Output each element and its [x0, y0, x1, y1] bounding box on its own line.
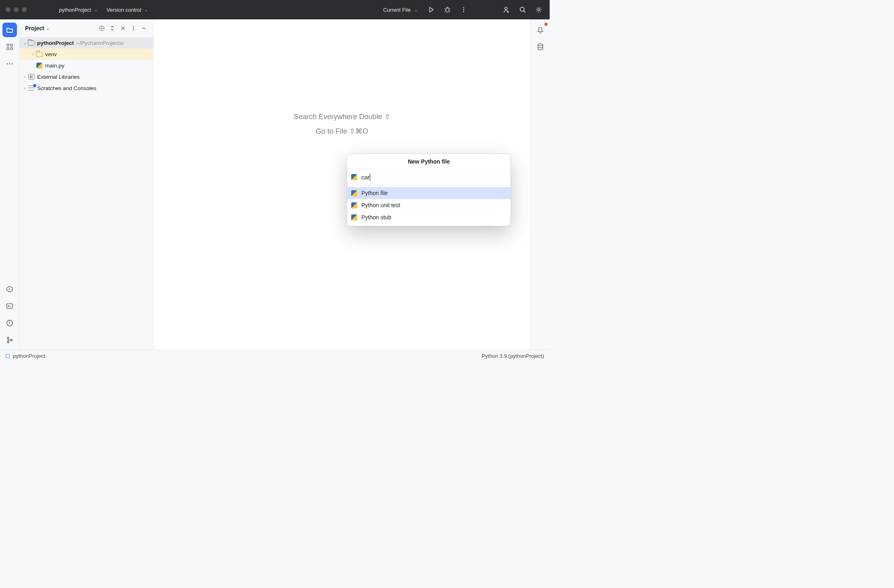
popup-option-label: Python file: [361, 190, 388, 196]
project-name-label: pythonProject: [59, 7, 91, 13]
hint-search-everywhere: Search Everywhere Double ⇧: [293, 112, 390, 121]
svg-point-6: [538, 9, 540, 11]
popup-input-row[interactable]: car: [347, 169, 510, 185]
project-tree-header: Project ⌄: [19, 19, 153, 37]
folder-icon: [27, 40, 35, 46]
run-config-selector[interactable]: Current File ⌄: [379, 5, 422, 15]
svg-point-23: [133, 29, 134, 31]
status-project-name[interactable]: pythonProject: [13, 353, 45, 359]
popup-option-label: Python stub: [361, 214, 391, 220]
svg-point-3: [463, 11, 464, 13]
notifications-button[interactable]: [533, 23, 548, 37]
settings-button[interactable]: [532, 3, 546, 17]
tree-node-label: Scratches and Consoles: [37, 85, 96, 91]
svg-point-17: [7, 337, 9, 339]
vcs-label: Version control: [107, 7, 141, 13]
tree-node-label: External Libraries: [37, 74, 80, 80]
tree-node-label: venv: [45, 51, 57, 57]
svg-point-22: [133, 28, 134, 29]
svg-point-18: [7, 341, 9, 343]
more-toolwindows-button[interactable]: [2, 57, 17, 71]
chevron-down-icon: ⌄: [94, 7, 98, 13]
tree-node-label: main.py: [45, 63, 64, 69]
select-opened-file-button[interactable]: [97, 23, 107, 34]
expand-arrow-icon[interactable]: ›: [22, 86, 27, 90]
popup-option-python-unit-test[interactable]: Python unit test: [347, 199, 510, 211]
python-file-icon: [351, 190, 357, 196]
window-traffic-lights: [6, 7, 27, 12]
project-tree-panel: Project ⌄ ⌄ pythonProject: [19, 19, 154, 350]
python-file-icon: [351, 214, 357, 220]
hide-toolwindow-button[interactable]: [118, 23, 128, 34]
module-indicator-icon: [6, 354, 10, 358]
popup-option-label: Python unit test: [361, 202, 401, 208]
editor-empty-hints: Search Everywhere Double ⇧ Go to File ⇧⌘…: [154, 112, 530, 136]
debug-button[interactable]: [441, 3, 454, 17]
folder-icon: [36, 52, 43, 57]
editor-area: Search Everywhere Double ⇧ Go to File ⇧⌘…: [154, 19, 530, 350]
expand-collapse-button[interactable]: [107, 23, 118, 34]
svg-rect-8: [11, 44, 13, 46]
svg-point-11: [6, 63, 8, 64]
vcs-toolwindow-button[interactable]: [2, 333, 17, 347]
svg-point-12: [9, 63, 10, 64]
tree-root-path: ~/PycharmProjects/: [76, 40, 124, 46]
svg-point-0: [446, 8, 449, 12]
svg-point-4: [505, 7, 507, 10]
right-tool-strip: [530, 19, 550, 350]
svg-point-2: [463, 9, 464, 10]
structure-toolwindow-button[interactable]: [2, 40, 17, 54]
chevron-down-icon[interactable]: ⌄: [46, 25, 50, 31]
tree-node-external-libraries[interactable]: › External Libraries: [19, 71, 153, 82]
svg-point-21: [133, 26, 134, 27]
project-switcher[interactable]: pythonProject ⌄: [56, 5, 101, 15]
popup-options-list: Python file Python unit test Python stub: [347, 185, 510, 226]
tree-node-scratches[interactable]: › Scratches and Consoles: [19, 82, 153, 94]
vcs-widget[interactable]: Version control ⌄: [103, 5, 151, 15]
popup-option-python-file[interactable]: Python file: [347, 187, 510, 199]
status-interpreter[interactable]: Python 3.9 (pythonProject): [482, 353, 544, 359]
code-with-me-button[interactable]: [500, 3, 513, 17]
main-area: Project ⌄ ⌄ pythonProject: [0, 19, 550, 350]
expand-arrow-icon[interactable]: ›: [22, 74, 27, 79]
popup-option-python-stub[interactable]: Python stub: [347, 211, 510, 223]
minimize-toolwindow-button[interactable]: [139, 23, 149, 34]
services-toolwindow-button[interactable]: [2, 282, 17, 296]
tree-node-venv[interactable]: › venv: [19, 48, 153, 60]
search-everywhere-button[interactable]: [516, 3, 529, 17]
status-bar: pythonProject Python 3.9 (pythonProject): [0, 350, 550, 362]
tree-root-name: pythonProject: [37, 40, 74, 46]
svg-point-1: [463, 7, 464, 8]
collapse-arrow-icon[interactable]: ⌄: [22, 40, 27, 46]
left-tool-strip: [0, 19, 19, 350]
svg-rect-7: [7, 44, 9, 46]
problems-toolwindow-button[interactable]: [2, 316, 17, 330]
svg-point-24: [538, 44, 543, 46]
svg-point-5: [520, 7, 524, 11]
project-toolwindow-button[interactable]: [2, 23, 17, 37]
tree-node-mainpy[interactable]: main.py: [19, 60, 153, 71]
run-button[interactable]: [424, 3, 438, 17]
python-file-icon: [351, 202, 357, 208]
svg-point-13: [11, 63, 13, 64]
more-actions-button[interactable]: [457, 3, 470, 17]
python-file-icon: [36, 63, 43, 69]
svg-rect-9: [7, 48, 9, 50]
database-toolwindow-button[interactable]: [533, 40, 548, 54]
notification-indicator-icon: [544, 23, 548, 26]
terminal-toolwindow-button[interactable]: [2, 299, 17, 313]
maximize-window-dot[interactable]: [22, 7, 27, 12]
tree-options-button[interactable]: [128, 23, 139, 34]
tree-node-project-root[interactable]: ⌄ pythonProject ~/PycharmProjects/: [19, 37, 153, 48]
expand-arrow-icon[interactable]: ›: [30, 52, 36, 57]
libraries-icon: [27, 74, 35, 80]
project-tree[interactable]: ⌄ pythonProject ~/PycharmProjects/ › ven…: [19, 37, 153, 350]
minimize-window-dot[interactable]: [14, 7, 19, 12]
svg-rect-10: [11, 48, 13, 50]
hint-goto-file: Go to File ⇧⌘O: [316, 127, 368, 136]
project-tree-title[interactable]: Project: [25, 25, 44, 32]
chevron-down-icon: ⌄: [144, 7, 148, 13]
close-window-dot[interactable]: [6, 7, 11, 12]
scratches-icon: [27, 86, 35, 90]
run-config-label: Current File: [383, 7, 411, 13]
